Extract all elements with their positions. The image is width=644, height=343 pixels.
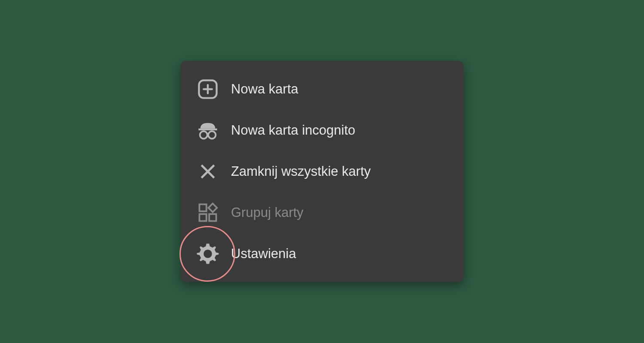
- svg-rect-9: [200, 205, 207, 211]
- menu-item-label: Nowa karta: [231, 81, 298, 97]
- incognito-icon: [197, 119, 219, 141]
- menu-item-label: Grupuj karty: [231, 205, 304, 220]
- close-icon: [197, 160, 219, 183]
- menu-item-group-tabs: Grupuj karty: [180, 192, 464, 233]
- menu-item-label: Ustawienia: [231, 246, 296, 262]
- svg-rect-11: [200, 214, 207, 221]
- svg-rect-12: [209, 214, 216, 221]
- menu-item-new-tab[interactable]: Nowa karta: [180, 69, 464, 110]
- menu-item-settings[interactable]: Ustawienia: [180, 233, 464, 274]
- menu-item-incognito[interactable]: Nowa karta incognito: [180, 110, 464, 151]
- gear-icon: [197, 243, 219, 265]
- svg-rect-10: [208, 204, 217, 212]
- menu-item-label: Zamknij wszystkie karty: [231, 164, 371, 179]
- menu-item-close-all[interactable]: Zamknij wszystkie karty: [180, 151, 464, 192]
- plus-icon: [197, 78, 219, 100]
- svg-rect-3: [198, 129, 217, 130]
- context-menu: Nowa karta Nowa karta incognito Zamknij …: [180, 61, 464, 282]
- svg-point-5: [208, 131, 216, 138]
- menu-item-label: Nowa karta incognito: [231, 123, 355, 138]
- svg-point-4: [200, 131, 207, 138]
- group-icon: [197, 202, 219, 224]
